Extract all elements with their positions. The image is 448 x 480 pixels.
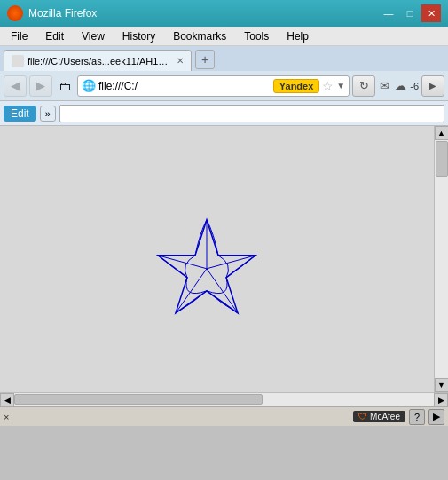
menu-view[interactable]: View [75,28,112,44]
forward-button[interactable]: ▶ [29,75,52,97]
content-wrapper: ▲ ▼ [0,126,448,392]
status-close-button[interactable]: × [4,412,9,422]
svg-line-3 [207,269,238,313]
mcafee-label: McAfee [370,412,400,421]
status-bar: × 🛡 McAfee ? ▶ [0,406,448,426]
title-bar-left: Mozilla Firefox [7,5,97,21]
tab-favicon [12,55,24,67]
bookmarks-chevron[interactable]: » [40,106,56,122]
main-content [0,126,434,392]
menu-help[interactable]: Help [279,28,316,44]
scroll-thumb[interactable] [436,141,448,177]
nav-more-button[interactable]: ▶ [421,75,444,97]
svg-line-5 [158,256,207,269]
title-bar: Mozilla Firefox — □ ✕ [0,0,448,27]
tab-close-button[interactable]: ✕ [177,56,184,66]
firefox-icon [7,5,23,21]
new-tab-button[interactable]: + [195,50,215,69]
scroll-right-button[interactable]: ▶ [434,393,448,407]
star-svg [153,216,260,322]
menu-bar: File Edit View History Bookmarks Tools H… [0,27,448,46]
tab-label: file:///C:/Users/as...eek11/AH11EX~1.HTM [28,56,169,67]
horizontal-scrollbar[interactable]: ◀ ▶ [0,392,448,406]
menu-bookmarks[interactable]: Bookmarks [166,28,233,44]
svg-line-4 [176,269,207,313]
status-right: 🛡 McAfee ? ▶ [353,409,444,425]
nav-icons: ✉ ☁ -6 [378,77,419,94]
browser-tab[interactable]: file:///C:/Users/as...eek11/AH11EX~1.HTM… [4,50,192,71]
folder-button[interactable]: 🗀 [55,76,75,96]
close-button[interactable]: ✕ [421,4,441,22]
scroll-left-button[interactable]: ◀ [0,393,14,407]
bookmark-input[interactable] [59,105,444,122]
h-scroll-track[interactable] [14,393,434,406]
menu-history[interactable]: History [115,28,162,44]
scroll-down-button[interactable]: ▼ [435,378,449,392]
dropdown-icon[interactable]: ▼ [336,81,345,90]
nav-bar: ◀ ▶ 🗀 🌐 Yandex ☆ ▼ ↻ ✉ ☁ -6 ▶ [0,71,448,101]
tab-bar: file:///C:/Users/as...eek11/AH11EX~1.HTM… [0,46,448,71]
menu-edit[interactable]: Edit [38,28,71,44]
h-scroll-thumb[interactable] [14,394,263,405]
menu-file[interactable]: File [4,28,35,44]
reload-button[interactable]: ↻ [352,75,375,97]
mcafee-badge[interactable]: 🛡 McAfee [353,411,405,422]
menu-tools[interactable]: Tools [237,28,276,44]
notification-counter: -6 [410,81,419,91]
minimize-button[interactable]: — [379,4,398,22]
cloud-icon[interactable]: ☁ [393,77,408,94]
scroll-track[interactable] [435,140,448,378]
star-icon[interactable]: ☆ [322,79,334,93]
edit-button[interactable]: Edit [4,106,36,122]
back-button[interactable]: ◀ [4,75,27,97]
yandex-button[interactable]: Yandex [273,79,320,93]
title-controls: — □ ✕ [379,4,441,22]
mail-icon[interactable]: ✉ [378,77,391,94]
maximize-button[interactable]: □ [400,4,420,22]
scroll-up-button[interactable]: ▲ [435,126,449,140]
vertical-scrollbar[interactable]: ▲ ▼ [434,126,448,392]
help-button[interactable]: ? [409,409,425,425]
mcafee-shield-icon: 🛡 [358,412,367,421]
window-title: Mozilla Firefox [28,7,97,20]
svg-line-2 [207,256,255,269]
status-arrow-button[interactable]: ▶ [428,409,444,425]
address-bar-wrapper: 🌐 Yandex ☆ ▼ [77,75,350,97]
bookmarks-bar: Edit » [0,101,448,126]
globe-icon: 🌐 [82,79,96,92]
star-drawing [153,216,260,325]
address-input[interactable] [98,80,271,92]
